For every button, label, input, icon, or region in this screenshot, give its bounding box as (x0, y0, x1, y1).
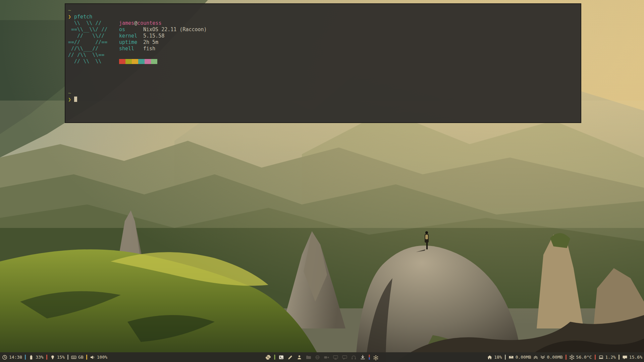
battery-widget[interactable]: 33% (29, 355, 43, 360)
home-usage-widget[interactable]: 18% (487, 355, 502, 360)
separator (595, 355, 596, 360)
palette-swatch (138, 59, 145, 64)
brightness-widget[interactable]: 15% (50, 355, 65, 360)
battery-text: 33% (36, 355, 43, 360)
chevrons-up-icon (533, 355, 538, 360)
clock-widget[interactable]: 14:38 (2, 355, 22, 360)
palette-swatch (132, 59, 138, 64)
separator (505, 355, 506, 360)
terminal-cursor (74, 97, 77, 102)
home-usage-text: 18% (494, 355, 502, 360)
temperature-text: 56.0°C (576, 355, 592, 360)
bulb-icon (50, 355, 55, 360)
pencil-icon[interactable] (288, 355, 293, 360)
globe-icon[interactable] (315, 355, 320, 360)
camera-icon[interactable] (324, 355, 329, 360)
desktop: ~ ❯ pfetch \\ \\ // ==\\__\\/ // // \\//… (0, 0, 644, 362)
palette-swatch (119, 59, 125, 64)
terminal-cwd: ~ (68, 90, 71, 97)
bar-right-widgets: 18% 0.00MB 0.00MB 56.0°C 1.2% (487, 355, 644, 360)
ethernet-icon (508, 355, 514, 360)
volume-widget[interactable]: 100% (90, 355, 107, 360)
prompt-symbol: ❯ (68, 97, 71, 103)
snowflake-icon (569, 355, 575, 360)
terminal-prompt-line-2[interactable]: ❯ (68, 97, 77, 103)
monitor-icon[interactable] (333, 355, 338, 360)
pfetch-os: osNixOS 22.11 (Raccoon) (119, 26, 207, 33)
laptop-icon (598, 355, 604, 360)
keyboard-icon (71, 355, 76, 360)
terminal-window[interactable]: ~ ❯ pfetch \\ \\ // ==\\__\\/ // // \\//… (65, 3, 581, 123)
pfetch-userhost: james@countess (119, 20, 207, 26)
person-icon[interactable] (297, 355, 302, 360)
cpu-widget[interactable]: 1.2% (598, 355, 616, 360)
keyboard-layout-widget[interactable]: GB (71, 355, 84, 360)
clock-text: 14:38 (9, 355, 22, 360)
network-widget[interactable]: 0.00MB 0.00MB (508, 355, 563, 360)
chat-icon[interactable] (342, 355, 347, 360)
palette-swatch (125, 59, 132, 64)
net-up-text: 0.00MB (516, 355, 531, 360)
bubble-icon (622, 355, 628, 360)
terminal-color-palette (119, 59, 157, 64)
home-icon (487, 355, 492, 360)
separator (67, 355, 68, 360)
memory-text: 15.6% (629, 355, 642, 360)
terminal-app-icon[interactable] (279, 355, 284, 360)
bar-center-widgets (266, 352, 379, 362)
nixos-ascii-logo: \\ \\ // ==\\__\\/ // // \\// ==// //== … (68, 20, 107, 65)
separator (274, 355, 275, 360)
temperature-widget[interactable]: 56.0°C (569, 355, 592, 360)
download-icon[interactable] (360, 355, 366, 360)
bar-left-widgets: 14:38 33% 15% GB 100% (0, 355, 107, 360)
taskbar-groups (279, 355, 366, 360)
headphones-icon[interactable] (351, 355, 357, 360)
pfetch-uptime: uptime2h 5m (119, 39, 207, 46)
clock-icon (2, 355, 7, 360)
keyboard-layout-text: GB (78, 355, 84, 360)
cpu-text: 1.2% (605, 355, 616, 360)
separator (86, 355, 87, 360)
chevrons-down-icon (540, 355, 545, 360)
palette-swatch (145, 59, 151, 64)
memory-widget[interactable]: 15.6% (622, 355, 642, 360)
separator (369, 355, 370, 360)
pfetch-kernel: kernel5.15.58 (119, 33, 207, 39)
terminal-command: pfetch (74, 14, 92, 20)
separator (619, 355, 620, 360)
separator (566, 355, 567, 360)
separator (46, 355, 47, 360)
python-icon[interactable] (266, 355, 271, 360)
status-bar: 14:38 33% 15% GB 100% (0, 352, 644, 362)
prompt-symbol: ❯ (68, 14, 71, 20)
palette-swatch (151, 59, 157, 64)
terminal-cwd: ~ (68, 7, 71, 14)
terminal-prompt-line: ❯ pfetch (68, 14, 92, 20)
volume-text: 100% (97, 355, 107, 360)
folder-icon[interactable] (306, 355, 311, 360)
battery-icon (29, 355, 34, 360)
nixos-snowflake-icon[interactable] (373, 355, 379, 360)
pfetch-shell: shellfish (119, 46, 207, 52)
brightness-text: 15% (57, 355, 65, 360)
pfetch-info: james@countess osNixOS 22.11 (Raccoon) k… (119, 20, 207, 52)
separator (25, 355, 26, 360)
net-down-text: 0.00MB (547, 355, 563, 360)
speaker-icon (90, 355, 95, 360)
